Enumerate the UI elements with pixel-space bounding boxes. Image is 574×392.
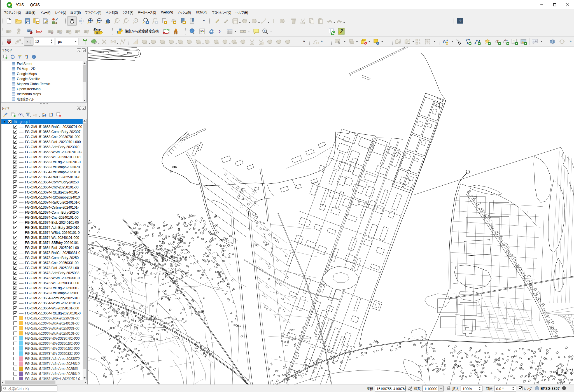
svg-text:abc: abc <box>37 31 41 32</box>
svg-text:ab: ab <box>28 30 30 32</box>
svg-text:a: a <box>55 21 57 24</box>
svg-text:Σ: Σ <box>218 29 221 34</box>
svg-text:abc: abc <box>96 32 100 34</box>
svg-text:T: T <box>513 39 515 44</box>
svg-text:A: A <box>443 39 446 44</box>
svg-text:Easy: Easy <box>94 28 101 31</box>
svg-text:a b c: a b c <box>504 39 508 42</box>
svg-text:1:1: 1:1 <box>135 20 137 22</box>
svg-text:ε: ε <box>33 113 35 117</box>
